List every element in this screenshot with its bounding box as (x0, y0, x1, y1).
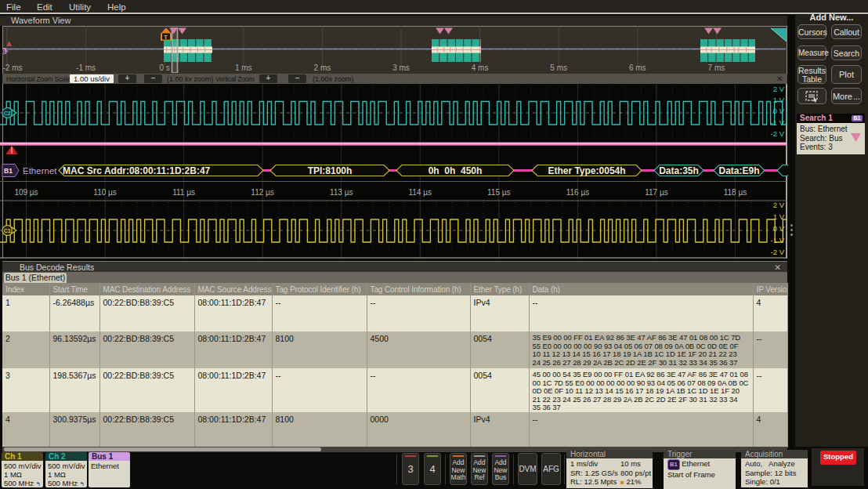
svg-text:115 µs: 115 µs (487, 188, 510, 197)
svg-text:Data:35h: Data:35h (659, 165, 699, 176)
svg-text:2 V: 2 V (773, 201, 785, 209)
svg-text:C1: C1 (4, 228, 11, 234)
svg-text:Ether Type:0054h: Ether Type:0054h (548, 165, 625, 176)
svg-text:B1: B1 (2, 49, 9, 54)
svg-text:111 µs: 111 µs (172, 188, 195, 197)
svg-text:0 V: 0 V (773, 224, 785, 233)
svg-text:1 ms: 1 ms (235, 63, 252, 72)
svg-text:-2 V: -2 V (771, 248, 785, 256)
svg-text:0 s: 0 s (160, 63, 170, 72)
svg-text:2 ms: 2 ms (314, 63, 331, 72)
svg-text:0h 0h 450h: 0h 0h 450h (429, 165, 483, 176)
svg-text:110 µs: 110 µs (93, 188, 116, 197)
svg-text:5 ms: 5 ms (550, 63, 567, 72)
svg-text:-2 V: -2 V (771, 129, 785, 138)
svg-text:TPI:8100h: TPI:8100h (308, 165, 353, 176)
svg-text:6 ms: 6 ms (629, 63, 646, 72)
svg-text:3 ms: 3 ms (392, 63, 410, 72)
svg-text:-1 ms: -1 ms (76, 63, 96, 72)
svg-text:C2: C2 (4, 110, 11, 116)
svg-text:MAC Src Addr:08:00:11:1D:2B:47: MAC Src Addr:08:00:11:1D:2B:47 (63, 165, 211, 176)
svg-text:-1 V: -1 V (771, 236, 785, 244)
svg-text:116 µs: 116 µs (566, 188, 589, 197)
svg-text:4 ms: 4 ms (472, 63, 489, 72)
svg-text:2 V: 2 V (773, 85, 785, 93)
svg-text:Data:E9h: Data:E9h (718, 165, 759, 176)
svg-text:0 V: 0 V (773, 107, 785, 115)
svg-text:Ethernet: Ethernet (23, 166, 57, 176)
svg-text:114 µs: 114 µs (408, 188, 431, 197)
svg-text:118 µs: 118 µs (724, 188, 747, 197)
svg-text:T: T (164, 34, 168, 41)
svg-text:117 µs: 117 µs (645, 188, 667, 197)
svg-text:7 ms: 7 ms (708, 63, 725, 72)
svg-text:-2 ms: -2 ms (3, 63, 23, 72)
svg-text:B1: B1 (4, 167, 13, 175)
svg-text:1 V: 1 V (773, 212, 785, 221)
svg-text:1 V: 1 V (773, 96, 785, 104)
svg-text:109 µs: 109 µs (14, 188, 38, 197)
svg-text:-1 V: -1 V (771, 118, 785, 127)
svg-text:112 µs: 112 µs (251, 188, 273, 197)
svg-text:113 µs: 113 µs (330, 188, 353, 197)
